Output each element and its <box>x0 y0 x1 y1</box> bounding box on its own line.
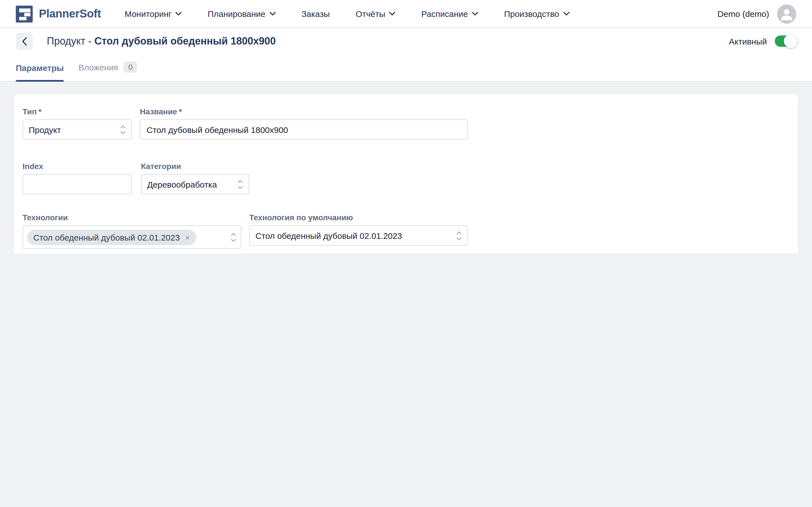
menu-item-planning[interactable]: Планирование <box>208 9 276 18</box>
select-caret-icon <box>238 179 243 189</box>
attachments-count-badge: 0 <box>124 61 137 73</box>
menu-item-schedule[interactable]: Расписание <box>421 9 478 18</box>
chevron-left-icon <box>22 37 27 45</box>
menu-item-production[interactable]: Производство <box>504 9 569 18</box>
page-title-prefix: Продукт - <box>47 35 94 47</box>
user-name: Demo (demo) <box>718 9 769 18</box>
technologies-multiselect[interactable]: Стол обеденный дубовый 02.01.2023 × <box>22 225 241 249</box>
required-mark: * <box>38 107 42 116</box>
technology-tag-label: Стол обеденный дубовый 02.01.2023 <box>33 232 180 242</box>
default-technology-label: Технология по умолчанию <box>249 212 468 222</box>
chevron-down-icon <box>563 12 569 16</box>
menu-item-label: Расписание <box>421 9 468 18</box>
form-row-type-name: Тип* Продукт Название* <box>22 107 790 140</box>
index-input[interactable] <box>22 174 132 194</box>
tab-parameters[interactable]: Параметры <box>16 63 64 81</box>
tab-label: Вложения <box>79 62 118 72</box>
default-technology-value: Стол обеденный дубовый 02.01.2023 <box>255 231 402 240</box>
form-row-index-categories: Index Категории Деревообработка <box>22 161 790 194</box>
tag-remove-icon[interactable]: × <box>185 232 190 242</box>
active-tab-underline <box>16 80 64 82</box>
technology-tag: Стол обеденный дубовый 02.01.2023 × <box>27 230 196 245</box>
menu-item-label: Заказы <box>301 9 329 18</box>
categories-label: Категории <box>141 161 249 171</box>
name-input[interactable] <box>140 119 468 140</box>
chevron-down-icon <box>389 12 395 16</box>
chevron-down-icon <box>269 12 275 16</box>
name-label: Название* <box>140 107 468 116</box>
type-label: Тип* <box>22 107 132 116</box>
technologies-label: Технологии <box>22 212 241 222</box>
chevron-down-icon <box>175 12 182 16</box>
menu-item-label: Мониторинг <box>124 9 171 18</box>
tab-label: Параметры <box>16 63 64 73</box>
user-avatar[interactable] <box>777 4 796 23</box>
chevron-down-icon <box>472 12 478 16</box>
select-caret-icon <box>231 232 236 242</box>
page-content: Тип* Продукт Название* <box>0 82 812 253</box>
page-header: Продукт - Стол дубовый обеденный 1800x90… <box>0 28 812 54</box>
select-caret-icon <box>120 125 126 134</box>
type-select[interactable]: Продукт <box>22 119 132 140</box>
select-caret-icon <box>456 231 462 240</box>
brand-name: PlannerSoft <box>39 7 101 20</box>
tab-bar: Параметры Вложения 0 <box>0 54 812 82</box>
default-technology-select[interactable]: Стол обеденный дубовый 02.01.2023 <box>249 225 468 245</box>
main-menu: Мониторинг Планирование Заказы Отчёты <box>124 9 569 18</box>
app: PlannerSoft Мониторинг Планирование Зака… <box>0 0 812 253</box>
toggle-knob <box>784 34 797 48</box>
plannersoft-logo-icon <box>16 5 33 22</box>
back-button[interactable] <box>16 33 33 50</box>
active-toggle-area: Активный <box>729 36 796 47</box>
menu-item-label: Производство <box>504 9 559 18</box>
product-form-card: Тип* Продукт Название* <box>14 94 798 253</box>
active-label: Активный <box>729 36 767 46</box>
menu-item-monitoring[interactable]: Мониторинг <box>124 9 182 18</box>
type-select-value: Продукт <box>29 125 61 134</box>
required-mark: * <box>179 107 182 116</box>
categories-select[interactable]: Деревообработка <box>141 174 249 194</box>
top-nav: PlannerSoft Мониторинг Планирование Зака… <box>0 0 812 28</box>
index-label: Index <box>22 161 132 171</box>
menu-item-orders[interactable]: Заказы <box>301 9 329 18</box>
nav-user-area: Demo (demo) <box>718 4 796 23</box>
page-title: Продукт - Стол дубовый обеденный 1800x90… <box>47 35 276 47</box>
tab-attachments[interactable]: Вложения 0 <box>79 61 137 81</box>
page-title-product-name: Стол дубовый обеденный 1800x900 <box>94 35 276 47</box>
person-icon <box>777 4 796 23</box>
form-row-technologies: Технологии Стол обеденный дубовый 02.01.… <box>22 212 790 249</box>
menu-item-label: Отчёты <box>356 9 386 18</box>
active-toggle[interactable] <box>775 36 796 47</box>
menu-item-reports[interactable]: Отчёты <box>356 9 396 18</box>
categories-select-value: Деревообработка <box>147 179 217 189</box>
menu-item-label: Планирование <box>208 9 266 18</box>
